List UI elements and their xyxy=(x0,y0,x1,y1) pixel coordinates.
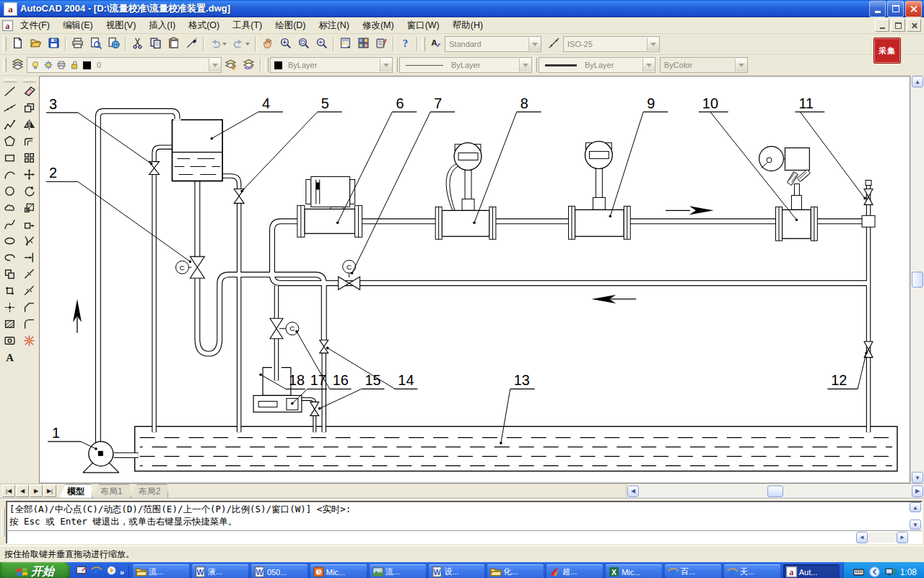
properties-button[interactable] xyxy=(337,36,354,53)
taskbar-task[interactable]: W设... xyxy=(429,564,485,578)
first-tab-button[interactable]: |◀ xyxy=(2,485,15,497)
point-button[interactable] xyxy=(1,301,19,317)
copy-button[interactable] xyxy=(147,36,164,53)
insert-block-button[interactable] xyxy=(1,267,19,284)
pan-button[interactable] xyxy=(259,36,276,53)
scroll-left-icon[interactable]: ◀ xyxy=(627,486,639,497)
erase-button[interactable] xyxy=(21,85,38,101)
ellipse-button[interactable] xyxy=(1,234,19,251)
layer-combo[interactable]: 0 xyxy=(27,57,222,73)
taskbar-task[interactable]: Mic... xyxy=(310,564,367,578)
taskbar-task[interactable]: XMic... xyxy=(606,564,662,578)
horizontal-scrollbar[interactable]: ◀ ▶ xyxy=(626,484,924,498)
menu-item[interactable]: 窗口(W) xyxy=(401,18,446,33)
dim-style-combo[interactable]: ISO-25 xyxy=(563,36,660,52)
rectangle-button[interactable] xyxy=(1,151,19,168)
text-style-button[interactable]: A xyxy=(427,36,444,53)
taskbar-task[interactable]: 流... xyxy=(133,564,189,578)
collapse-tray-icon[interactable] xyxy=(868,566,881,578)
move-button[interactable] xyxy=(21,168,38,184)
sun-icon[interactable] xyxy=(43,60,53,71)
menu-item[interactable]: 帮助(H) xyxy=(446,18,489,33)
revision-cloud-button[interactable] xyxy=(1,201,19,217)
dim-style-button[interactable] xyxy=(546,36,562,53)
menu-item[interactable]: 插入(I) xyxy=(142,18,182,33)
toolbar-grip[interactable] xyxy=(422,37,425,51)
redo-button[interactable] xyxy=(230,36,252,53)
last-tab-button[interactable]: ▶| xyxy=(43,485,56,497)
scroll-right-icon[interactable]: ▶ xyxy=(912,486,923,497)
color-combo[interactable]: ByLayer xyxy=(270,57,393,73)
chevron-down-icon[interactable] xyxy=(642,59,655,72)
command-scroll-right-icon[interactable]: ▶ xyxy=(897,532,908,543)
menu-item[interactable]: 格式(O) xyxy=(182,18,226,33)
explode-button[interactable] xyxy=(21,334,38,350)
minimize-button[interactable] xyxy=(869,1,886,17)
chevron-down-icon[interactable] xyxy=(380,59,392,72)
restore-button[interactable] xyxy=(887,1,904,17)
toolbar-grip[interactable] xyxy=(23,79,36,82)
menu-item[interactable]: 标注(N) xyxy=(313,18,356,33)
fillet-button[interactable] xyxy=(21,317,38,334)
taskbar-task[interactable]: 流... xyxy=(370,564,426,578)
polyline-button[interactable] xyxy=(1,118,19,134)
taskbar-task[interactable]: aAut... xyxy=(783,564,840,578)
taskbar-task[interactable]: W050... xyxy=(251,564,308,578)
child-close-button[interactable] xyxy=(907,19,921,32)
scroll-down-icon[interactable]: ▼ xyxy=(912,472,923,483)
vertical-scroll-thumb[interactable] xyxy=(912,272,923,288)
next-tab-button[interactable]: ▶ xyxy=(30,485,43,497)
network-volume-tray-icon[interactable] xyxy=(884,566,897,578)
chevron-down-icon[interactable] xyxy=(222,43,227,46)
plot-button[interactable] xyxy=(69,36,86,53)
vertical-scrollbar[interactable]: ▲ ▼ xyxy=(910,76,924,483)
tab-布局2[interactable]: 布局2 xyxy=(131,484,169,498)
taskbar-task[interactable]: 超... xyxy=(546,564,603,578)
menu-item[interactable]: 工具(T) xyxy=(226,18,269,33)
zoom-window-button[interactable] xyxy=(295,36,312,53)
internet-explorer-quicklaunch-button[interactable]: e xyxy=(90,566,103,578)
child-restore-button[interactable] xyxy=(891,19,905,32)
region-button[interactable] xyxy=(1,334,19,350)
chevron-down-icon[interactable] xyxy=(528,38,541,51)
printer-icon[interactable] xyxy=(56,60,66,71)
command-scroll-up-icon[interactable]: ▲ xyxy=(910,502,921,512)
break-button[interactable] xyxy=(21,284,38,301)
make-block-button[interactable] xyxy=(1,284,19,301)
break-at-point-button[interactable] xyxy=(21,267,38,284)
line-button[interactable] xyxy=(1,85,19,101)
prev-tab-button[interactable]: ◀ xyxy=(16,485,29,497)
spline-button[interactable] xyxy=(1,217,19,234)
stretch-button[interactable] xyxy=(21,217,38,234)
array-button[interactable] xyxy=(21,151,38,168)
taskbar-task[interactable]: e百... xyxy=(665,564,721,578)
construction-line-button[interactable] xyxy=(1,101,19,118)
undo-button[interactable] xyxy=(207,36,229,53)
lineweight-combo[interactable]: ByLayer xyxy=(539,57,655,73)
more-chevron-icon[interactable]: » xyxy=(120,568,124,577)
mirror-button[interactable] xyxy=(21,118,38,134)
close-button[interactable] xyxy=(905,1,922,17)
chevron-down-icon[interactable] xyxy=(245,43,250,46)
drawing-file-icon[interactable]: a xyxy=(1,20,14,32)
help-button[interactable]: ? xyxy=(397,36,414,53)
command-window-grip[interactable] xyxy=(0,501,6,544)
zoom-previous-button[interactable] xyxy=(313,36,330,53)
chevron-down-icon[interactable] xyxy=(209,59,221,72)
media-player-quicklaunch-button[interactable] xyxy=(105,566,118,578)
toolbar-grip[interactable] xyxy=(3,58,6,72)
autocad-app-icon[interactable]: a xyxy=(4,2,17,16)
layer-previous-button[interactable] xyxy=(240,57,257,74)
ellipse-arc-button[interactable] xyxy=(1,251,19,267)
make-layer-current-button[interactable] xyxy=(222,57,239,74)
chamfer-button[interactable] xyxy=(21,301,38,317)
scroll-up-icon[interactable]: ▲ xyxy=(912,76,923,87)
menu-item[interactable]: 视图(V) xyxy=(100,18,143,33)
command-scroll-left-icon[interactable]: ◀ xyxy=(856,532,868,543)
circle-button[interactable] xyxy=(1,184,19,201)
horizontal-scroll-thumb[interactable] xyxy=(767,486,783,497)
cut-button[interactable] xyxy=(129,36,146,53)
toolbar-grip[interactable] xyxy=(394,58,398,72)
toolbar-grip[interactable] xyxy=(3,37,6,51)
extend-button[interactable] xyxy=(21,251,38,267)
